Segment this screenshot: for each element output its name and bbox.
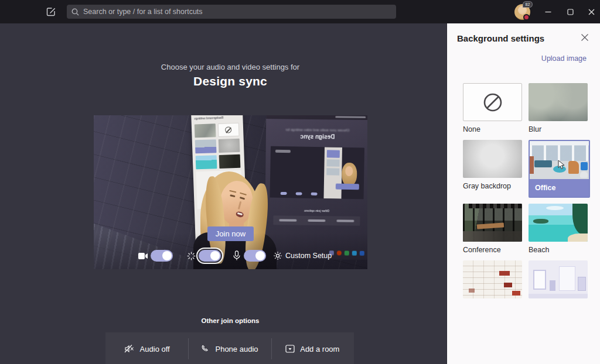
background-effects-toggle[interactable] <box>199 250 221 262</box>
mirrored-panel-title: Background settings <box>194 115 240 120</box>
search-input[interactable] <box>83 8 391 16</box>
beach-thumbnail[interactable] <box>529 204 588 242</box>
camera-toggle[interactable] <box>151 250 173 262</box>
phone-audio-button[interactable]: Phone audio <box>188 332 271 364</box>
illustration-thumbnail[interactable] <box>529 260 588 298</box>
meeting-title: Design sync <box>0 74 461 88</box>
mirrored-meeting-title: Design sync <box>266 133 367 140</box>
mirrored-join-options-bar <box>273 215 360 226</box>
gray-backdrop-label: Gray backdrop <box>463 182 522 191</box>
tile-row: Gray backdrop Office <box>463 140 588 198</box>
presenter-mouth <box>236 211 244 218</box>
mirrored-other-join-options: Other join options <box>265 208 367 213</box>
notification-badge: 82 <box>523 1 533 8</box>
new-chat-icon[interactable] <box>46 6 56 17</box>
panel-close-icon[interactable] <box>581 33 590 43</box>
other-join-options-label: Other join options <box>0 317 461 324</box>
room-icon <box>285 345 295 353</box>
background-option-illustration[interactable] <box>529 260 588 298</box>
user-avatar[interactable]: 82 <box>513 3 533 22</box>
gear-icon <box>273 251 282 260</box>
none-thumbnail[interactable] <box>463 83 522 121</box>
background-options-grid: None Blur Gray backdrop Office <box>463 83 588 304</box>
brick-thumbnail[interactable] <box>463 260 522 298</box>
background-option-brick[interactable] <box>463 260 522 298</box>
upload-image-link[interactable]: Upload image <box>541 54 587 63</box>
search-bar[interactable] <box>67 5 396 19</box>
background-option-conference[interactable]: Conference <box>463 204 522 255</box>
mirrored-title-bar <box>266 115 367 120</box>
blur-thumbnail[interactable] <box>529 83 588 121</box>
office-label: Office <box>530 179 589 197</box>
blur-label: Blur <box>529 125 588 134</box>
speaker-off-icon <box>124 345 135 353</box>
background-settings-panel: Background settings Upload image None Bl… <box>446 23 600 364</box>
add-a-room-label: Add a room <box>300 345 339 353</box>
tile-row: None Blur <box>463 83 588 134</box>
phone-audio-label: Phone audio <box>215 345 258 353</box>
background-effects-icon <box>187 252 196 260</box>
microphone-icon <box>233 250 240 261</box>
mirrored-none-thumbnail <box>218 123 240 137</box>
prohibition-icon <box>482 92 503 113</box>
add-a-room-button[interactable]: Add a room <box>271 332 354 364</box>
search-icon <box>71 8 79 16</box>
join-options-bar: Audio off Phone audio Add a room <box>105 332 354 364</box>
minimize-button[interactable] <box>538 0 558 23</box>
maximize-button[interactable] <box>560 0 580 23</box>
microphone-toggle[interactable] <box>244 250 266 262</box>
mirrored-office-thumbnail <box>195 139 217 153</box>
join-now-button[interactable]: Join now <box>207 226 254 241</box>
gray-backdrop-thumbnail[interactable] <box>463 140 522 178</box>
tile-row: Conference Beach <box>463 204 588 255</box>
conference-label: Conference <box>463 246 522 255</box>
presence-busy-indicator <box>523 14 530 20</box>
title-bar: 82 <box>0 0 600 23</box>
mirrored-blur-thumbnail <box>195 123 216 138</box>
mirrored-inner-panel <box>323 147 342 199</box>
background-option-office-selected[interactable]: Office <box>529 140 590 198</box>
window-close-button[interactable] <box>581 0 600 23</box>
background-option-beach[interactable]: Beach <box>529 204 588 255</box>
panel-title: Background settings <box>457 33 544 43</box>
custom-setup-link[interactable]: Custom Setup <box>285 252 332 260</box>
mirrored-join-button <box>336 184 359 190</box>
conference-thumbnail[interactable] <box>463 204 522 242</box>
background-option-gray[interactable]: Gray backdrop <box>463 140 522 191</box>
mirrored-beach-thumbnail <box>196 155 217 169</box>
background-option-none[interactable]: None <box>463 83 522 134</box>
prejoin-subtitle: Choose your audio and video settings for <box>0 63 461 71</box>
mirrored-gray-thumbnail <box>219 139 240 153</box>
audio-off-button[interactable]: Audio off <box>105 332 188 364</box>
beach-label: Beach <box>529 246 588 255</box>
teams-prejoin-window: { "top_bar": { "search_placeholder": "Se… <box>0 0 600 364</box>
mirrored-conference-thumbnail <box>219 154 241 169</box>
mirrored-thumbnails <box>195 123 242 170</box>
mirrored-camera-tile <box>270 146 364 200</box>
audio-off-label: Audio off <box>140 345 170 353</box>
mouse-cursor <box>558 160 565 170</box>
none-label: None <box>463 125 522 134</box>
camera-icon <box>138 252 148 260</box>
camera-preview: Background settings Choose your audio an… <box>94 115 367 269</box>
background-option-blur[interactable]: Blur <box>529 83 588 134</box>
mirrored-subtitle: Choose your audio and video settings for <box>266 128 367 132</box>
prejoin-stage: Choose your audio and video settings for… <box>0 23 446 364</box>
device-controls: Custom Setup <box>94 249 367 265</box>
phone-icon <box>201 345 210 353</box>
tile-row <box>463 260 588 298</box>
